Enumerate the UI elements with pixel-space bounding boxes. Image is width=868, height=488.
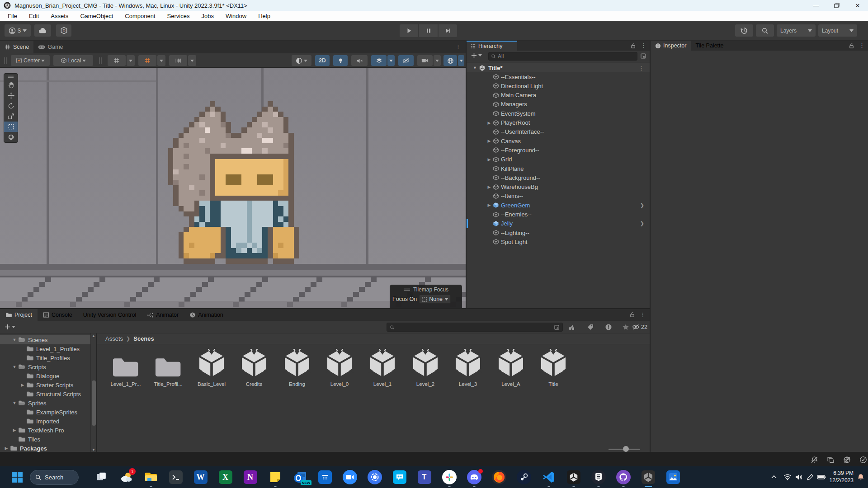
pen-icon[interactable] bbox=[807, 474, 813, 481]
menu-component[interactable]: Component bbox=[119, 11, 161, 21]
tree-item-textmesh-pro[interactable]: ▶TextMesh Pro bbox=[0, 426, 90, 435]
menu-file[interactable]: File bbox=[2, 11, 23, 21]
search-by-label-icon[interactable] bbox=[587, 324, 594, 331]
rotate-tool-button[interactable] bbox=[4, 101, 18, 111]
taskbar-icon-file-explorer[interactable] bbox=[138, 466, 163, 488]
add-asset-button[interactable] bbox=[5, 324, 15, 330]
menu-services[interactable]: Services bbox=[161, 11, 196, 21]
grid-visibility-button[interactable] bbox=[108, 55, 126, 66]
asset-basic-level[interactable]: Basic_Level bbox=[191, 348, 232, 387]
inspector-menu-icon[interactable]: ⋮ bbox=[859, 42, 865, 49]
layers-icon[interactable] bbox=[827, 456, 835, 464]
hierarchy-item-directional-light[interactable]: Directional Light bbox=[467, 81, 650, 90]
effects-dropdown[interactable] bbox=[387, 55, 395, 66]
expand-arrow[interactable]: ▼ bbox=[12, 365, 17, 369]
asset-level-3[interactable]: Level_3 bbox=[448, 348, 488, 387]
hidden-objects-button[interactable] bbox=[398, 55, 414, 66]
breadcrumb-scenes[interactable]: Scenes bbox=[133, 335, 154, 342]
scene-viewport[interactable]: Tilemap Focus Focus On None bbox=[0, 68, 466, 308]
taskbar-icon-zoom[interactable] bbox=[337, 466, 362, 488]
tab-console[interactable]: Console bbox=[38, 309, 78, 321]
2d-mode-button[interactable]: 2D bbox=[315, 55, 330, 66]
tree-item-sprites[interactable]: ▼Sprites bbox=[0, 399, 90, 408]
scroll-up-arrow[interactable]: ▲ bbox=[91, 333, 96, 339]
expand-arrow[interactable]: ▶ bbox=[486, 203, 492, 207]
hierarchy-item--foreground-[interactable]: --Foreground-- bbox=[467, 145, 650, 155]
tree-item-examplesprites[interactable]: ExampleSprites bbox=[0, 408, 90, 417]
tree-item-starter-scripts[interactable]: ▶Starter Scripts bbox=[0, 380, 90, 389]
effects-button[interactable] bbox=[371, 55, 387, 66]
gizmos-button[interactable] bbox=[443, 55, 457, 66]
move-tool-button[interactable] bbox=[4, 90, 18, 101]
hidden-count[interactable]: 22 bbox=[632, 323, 647, 331]
prefab-chevron[interactable]: ❯ bbox=[640, 202, 644, 208]
tree-item-packages[interactable]: ▶Packages bbox=[0, 444, 90, 453]
taskbar-icon-slack[interactable] bbox=[437, 466, 462, 488]
lock-icon[interactable] bbox=[629, 312, 635, 318]
transform-tool-button[interactable] bbox=[4, 132, 18, 142]
favorites-icon[interactable] bbox=[622, 324, 629, 331]
tab-animator[interactable]: Animator bbox=[142, 309, 184, 321]
unimported-assets-icon[interactable] bbox=[605, 324, 612, 331]
clock[interactable]: 6:39 PM12/2/2023 bbox=[830, 470, 854, 484]
close-button[interactable]: ✕ bbox=[847, 0, 868, 11]
tab-hierarchy[interactable]: Hierarchy bbox=[467, 41, 517, 51]
taskbar-icon-teams[interactable]: T bbox=[412, 466, 437, 488]
asset-level-a[interactable]: Level_A bbox=[491, 348, 531, 387]
tree-item-tiles[interactable]: Tiles bbox=[0, 435, 90, 444]
wifi-icon[interactable] bbox=[783, 474, 792, 480]
cloud-button[interactable] bbox=[34, 24, 51, 37]
hierarchy-item-playerroot[interactable]: ▶PlayerRoot bbox=[467, 118, 650, 127]
hierarchy-item--essentials-[interactable]: --Essentials-- bbox=[467, 72, 650, 81]
taskbar-icon-groupme[interactable] bbox=[387, 466, 412, 488]
layout-dropdown[interactable]: Layout bbox=[818, 24, 857, 37]
play-button[interactable] bbox=[400, 24, 418, 37]
menu-help[interactable]: Help bbox=[252, 11, 276, 21]
shading-mode-dropdown[interactable] bbox=[292, 55, 311, 66]
hierarchy-item-grid[interactable]: ▶Grid bbox=[467, 155, 650, 164]
minimize-button[interactable]: — bbox=[806, 0, 826, 11]
expand-arrow[interactable]: ▶ bbox=[486, 121, 492, 125]
taskbar-icon-vscode[interactable] bbox=[536, 466, 561, 488]
taskbar-icon-steam[interactable] bbox=[511, 466, 536, 488]
global-search-button[interactable] bbox=[756, 24, 774, 37]
tree-item-scenes[interactable]: ▼Scenes bbox=[0, 335, 90, 344]
menu-edit[interactable]: Edit bbox=[23, 11, 45, 21]
taskbar-icon-epic-games[interactable] bbox=[586, 466, 611, 488]
expand-arrow[interactable]: ▼ bbox=[12, 338, 17, 342]
project-menu-icon[interactable]: ⋮ bbox=[640, 311, 646, 318]
taskbar-icon-onenote[interactable]: N bbox=[238, 466, 263, 488]
scale-tool-button[interactable] bbox=[4, 111, 18, 122]
menu-jobs[interactable]: Jobs bbox=[195, 11, 219, 21]
gizmos-dropdown[interactable] bbox=[458, 55, 464, 66]
services-button[interactable]: D bbox=[56, 24, 71, 37]
hierarchy-item--items-[interactable]: --Items-- bbox=[467, 192, 650, 201]
asset-level-1-pr-[interactable]: Level_1_Pr... bbox=[105, 348, 146, 387]
camera-view-button[interactable] bbox=[417, 55, 433, 66]
tab-animation[interactable]: Animation bbox=[184, 309, 229, 321]
breadcrumb-assets[interactable]: Assets bbox=[105, 335, 123, 342]
hierarchy-item-jelly[interactable]: Jelly❯ bbox=[467, 219, 650, 228]
tab-inspector[interactable]: Inspector bbox=[651, 41, 691, 51]
hierarchy-item-main-camera[interactable]: Main Camera bbox=[467, 91, 650, 100]
tree-item-level-1-profiles[interactable]: Level_1_Profiles bbox=[0, 344, 90, 353]
hierarchy-scene-row[interactable]: ▼Title*⋮ bbox=[467, 63, 651, 72]
menu-window[interactable]: Window bbox=[220, 11, 252, 21]
lock-icon[interactable] bbox=[849, 43, 854, 49]
step-button[interactable] bbox=[439, 24, 457, 37]
lock-icon[interactable] bbox=[630, 43, 636, 49]
tree-item-title-profiles[interactable]: Title_Profiles bbox=[0, 353, 90, 362]
expand-arrow[interactable]: ▶ bbox=[486, 139, 492, 143]
hand-tool-button[interactable] bbox=[4, 80, 18, 90]
hierarchy-search-input[interactable]: All bbox=[488, 52, 637, 61]
asset-title-profil-[interactable]: Title_Profil... bbox=[148, 348, 189, 387]
rect-tool-button[interactable] bbox=[4, 122, 18, 132]
undo-history-button[interactable] bbox=[735, 24, 753, 37]
check-circle-icon[interactable] bbox=[859, 456, 867, 464]
expand-arrow[interactable]: ▶ bbox=[486, 157, 492, 162]
taskbar-icon-signal[interactable] bbox=[362, 466, 387, 488]
hierarchy-item-spot-light[interactable]: Spot Light bbox=[467, 237, 650, 246]
hierarchy-item-managers[interactable]: Managers bbox=[467, 100, 650, 109]
hierarchy-item-canvas[interactable]: ▶Canvas bbox=[467, 136, 650, 145]
expand-arrow[interactable]: ▼ bbox=[12, 401, 17, 405]
